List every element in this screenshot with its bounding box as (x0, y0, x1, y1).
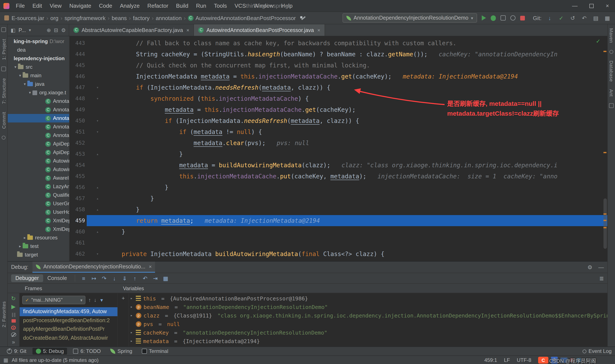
line-number[interactable]: 444 (70, 49, 87, 60)
fold-marker-icon[interactable]: ▴ (87, 226, 104, 237)
code-text[interactable]: if (metadata != null) { (104, 126, 607, 137)
chevron-down-icon[interactable]: ▾ (29, 28, 31, 32)
editor-tab-abstractautowirecapablebeanfactory-java[interactable]: CAbstractAutowireCapableBeanFactory.java… (69, 24, 194, 36)
breadcrumb-springframework[interactable]: springframework (65, 15, 106, 21)
close-button[interactable]: × (606, 2, 609, 9)
add-watch-icon[interactable]: + (121, 295, 125, 301)
line-number[interactable]: 452 (70, 137, 87, 148)
maximize-button[interactable] (589, 4, 594, 8)
error-stripe-mark[interactable] (603, 51, 606, 52)
tree-item-autowiri[interactable]: CAutowiri (8, 165, 69, 174)
code-text[interactable]: } (104, 148, 607, 160)
line-number[interactable]: 454 (70, 160, 87, 171)
force-step-into-icon[interactable]: ⇓ (120, 275, 130, 281)
menu-item-analyze[interactable]: Analyze (116, 0, 144, 12)
inspection-ok-icon[interactable]: ✓ (596, 38, 601, 44)
breadcrumb-org[interactable]: org (50, 15, 58, 21)
tree-item-lependency-injection[interactable]: lependency-injection (8, 54, 69, 63)
expand-icon[interactable]: ▸ (129, 296, 134, 300)
line-number[interactable]: 445 (70, 60, 87, 71)
stack-frame-findautowiringmetadata-4[interactable]: findAutowiringMetadata:459, Autow (20, 307, 118, 316)
line-number[interactable]: 443 (70, 38, 87, 49)
next-frame-icon[interactable]: ↓ (94, 297, 96, 303)
tree-chevron-icon[interactable]: ▾ (27, 91, 32, 95)
menu-item-tools[interactable]: Tools (210, 0, 231, 12)
error-stripe-mark[interactable] (603, 213, 606, 215)
view-breakpoints-button[interactable] (11, 325, 16, 330)
tool-stripe-project[interactable]: 1: Project (1, 39, 6, 60)
tree-chevron-icon[interactable]: ▸ (17, 244, 23, 248)
search-everywhere-icon[interactable]: ▦ (604, 15, 611, 21)
breadcrumb-annotation[interactable]: annotation (156, 15, 182, 21)
git-history-button[interactable]: ↺ (569, 15, 576, 21)
line-number[interactable]: 447 (70, 82, 87, 93)
error-stripe-mark[interactable] (603, 220, 606, 221)
variable-row-metadata[interactable]: ▸metadata = {InjectionMetadata@2194} (129, 337, 607, 345)
target-icon[interactable] (2, 135, 6, 139)
run-configuration-select[interactable]: AnnotationDependencyInjectionResolutionD… (343, 13, 477, 23)
variable-row-beanname[interactable]: ▸pbeanName = "annotationDependencyInject… (129, 302, 607, 311)
tree-chevron-icon[interactable]: ▸ (22, 235, 27, 240)
build-hammer-icon[interactable] (300, 15, 306, 21)
line-number[interactable]: 459 (70, 215, 87, 226)
monitor-icon[interactable] (1, 27, 6, 32)
tree-item-src[interactable]: ▾src (8, 63, 69, 71)
tree-item-autowiri[interactable]: CAutowiri (8, 156, 69, 165)
breadcrumb-autowiredannotationbeanpostprocessor[interactable]: CAutowiredAnnotationBeanPostProcessor (188, 15, 296, 21)
project-view-mode-label[interactable]: P... (19, 27, 26, 33)
tree-item-main[interactable]: ▾main (8, 71, 69, 80)
tab-console[interactable]: Console (43, 274, 71, 282)
tree-item-annotatio[interactable]: CAnnotatio (8, 105, 69, 114)
show-execution-point-icon[interactable]: ↦ (89, 275, 99, 281)
code-text[interactable]: metadata.clear(pvs);pvs: null (104, 137, 607, 148)
stack-frame-docreatebean-569-abstra[interactable]: doCreateBean:569, AbstractAutowir (20, 334, 118, 342)
resume-button[interactable]: ▶ (10, 303, 17, 310)
tree-chevron-icon[interactable]: ▾ (22, 82, 27, 86)
stop-button[interactable] (520, 16, 525, 20)
code-text[interactable]: } (104, 204, 607, 215)
tool-tab-9-git[interactable]: 9: Git (3, 348, 30, 355)
git-rollback-button[interactable]: ↶ (581, 15, 588, 21)
tool-tab-6-todo[interactable]: 6: TODO (70, 348, 104, 355)
menu-item-refactor[interactable]: Refactor (144, 0, 172, 12)
line-number[interactable]: 446 (70, 71, 87, 82)
expand-icon[interactable]: ▸ (129, 330, 134, 335)
code-text[interactable]: String cacheKey = (StringUtils.hasLength… (104, 49, 607, 60)
tree-item-resources[interactable]: ▸resources (8, 234, 69, 242)
breadcrumb-e-sources-jar[interactable]: E-sources.jar (12, 15, 44, 21)
expand-icon[interactable]: ▸ (129, 313, 134, 317)
code-text[interactable]: this.injectionMetadataCache.put(cacheKey… (104, 171, 607, 182)
rerun-button[interactable]: ↻ (10, 295, 17, 302)
fold-marker-icon[interactable]: ▾ (87, 115, 104, 126)
previous-frame-icon[interactable]: ↑ (88, 297, 91, 303)
breadcrumb-factory[interactable]: factory (133, 15, 150, 21)
menu-item-edit[interactable]: Edit (29, 0, 46, 12)
tree-item-test[interactable]: ▸test (8, 242, 69, 250)
menu-item-file[interactable]: File (12, 0, 29, 12)
variable-row-clazz[interactable]: ▸pclazz = {Class@1911} "class org.xiaoge… (129, 311, 607, 320)
error-stripe-mark[interactable] (603, 152, 606, 153)
layout-icon[interactable]: ▤ (592, 15, 599, 21)
event-log-button[interactable]: Event Log (583, 348, 612, 354)
fold-marker-icon[interactable]: ▴ (87, 193, 104, 204)
variable-row-this[interactable]: ▸this = {AutowiredAnnotationBeanPostProc… (129, 294, 607, 302)
tool-stripe-maven[interactable]: Maven (609, 28, 614, 43)
expand-icon[interactable]: ▸ (129, 339, 134, 343)
menu-item-code[interactable]: Code (95, 0, 116, 12)
tree-item-awareint[interactable]: CAwareInt (8, 174, 69, 182)
run-button[interactable] (482, 15, 486, 21)
line-number[interactable]: 450 (70, 115, 87, 126)
variable-row-pvs[interactable]: ppvs = null (129, 320, 607, 328)
fold-marker-icon[interactable]: ▴ (87, 182, 104, 193)
code-text[interactable] (104, 237, 607, 248)
tool-stripe-database[interactable]: Database (609, 60, 614, 81)
expand-icon[interactable]: ▸ (129, 305, 134, 309)
close-icon[interactable]: × (187, 27, 189, 33)
tool-windows-icon[interactable]: ▦ (3, 357, 8, 363)
line-number[interactable]: 449 (70, 104, 87, 115)
code-text[interactable]: // Fall back to class name as cache key,… (104, 38, 607, 49)
code-text[interactable]: metadata = buildAutowiringMetadata(clazz… (104, 160, 607, 171)
tree-item-qualifier[interactable]: CQualifier (8, 191, 69, 199)
tool-tab-terminal[interactable]: Terminal (138, 348, 172, 355)
code-text[interactable]: InjectionMetadata metadata = this.inject… (104, 71, 607, 82)
